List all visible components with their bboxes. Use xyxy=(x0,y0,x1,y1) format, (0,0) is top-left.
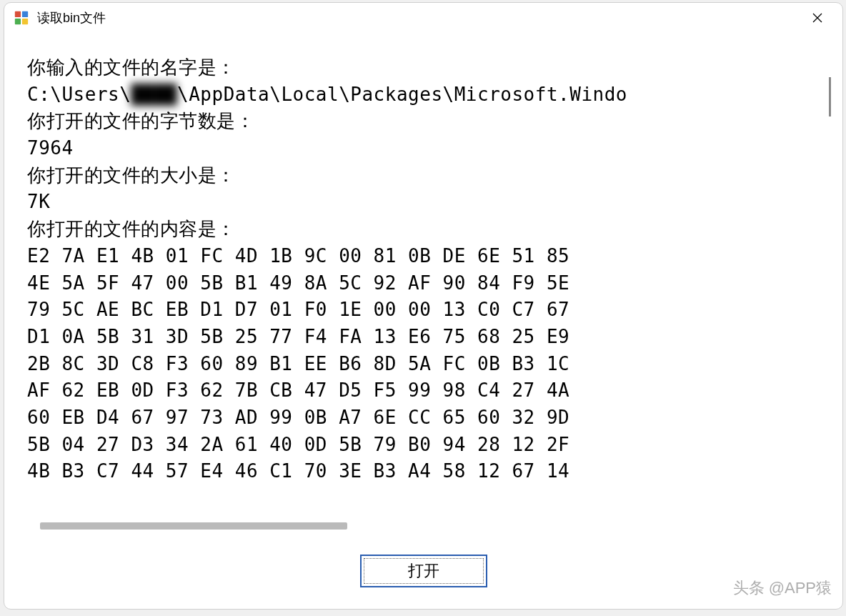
content-area: 你输入的文件的名字是： C:\Users\████\AppData\Local\… xyxy=(4,33,842,537)
hex-row: 4E 5A 5F 47 00 5B B1 49 8A 5C 92 AF 90 8… xyxy=(27,272,569,294)
svg-rect-2 xyxy=(15,18,21,24)
dialog-window: 读取bin文件 你输入的文件的名字是： C:\Users\████\AppDat… xyxy=(4,2,843,610)
app-icon xyxy=(13,9,30,26)
vertical-scroll-indicator[interactable] xyxy=(829,77,831,116)
horizontal-scrollbar[interactable] xyxy=(40,522,347,530)
hex-row: 2B 8C 3D C8 F3 60 89 B1 EE B6 8D 5A FC 0… xyxy=(27,353,569,374)
hex-row: 60 EB D4 67 97 73 AD 99 0B A7 6E CC 65 6… xyxy=(27,407,569,428)
hex-row: D1 0A 5B 31 3D 5B 25 77 F4 FA 13 E6 75 6… xyxy=(27,326,569,347)
window-title: 读取bin文件 xyxy=(37,9,801,26)
hex-row: AF 62 EB 0D F3 62 7B CB 47 D5 F5 99 98 C… xyxy=(27,379,569,401)
hex-row: 5B 04 27 D3 34 2A 61 40 0D 5B 79 B0 94 2… xyxy=(27,434,569,455)
text-output[interactable]: 你输入的文件的名字是： C:\Users\████\AppData\Local\… xyxy=(27,54,820,517)
svg-rect-1 xyxy=(22,11,28,16)
filename-label: 你输入的文件的名字是： xyxy=(27,56,236,78)
filesize-label: 你打开的文件的大小是： xyxy=(27,164,236,186)
hex-row: E2 7A E1 4B 01 FC 4D 1B 9C 00 81 0B DE 6… xyxy=(27,245,569,267)
button-area: 打开 xyxy=(4,537,842,609)
svg-rect-0 xyxy=(15,11,21,16)
filename-path-prefix: C:\Users\ xyxy=(27,84,131,105)
bytecount-value: 7964 xyxy=(27,137,74,159)
hex-row: 4B B3 C7 44 57 E4 46 C1 70 3E B3 A4 58 1… xyxy=(27,460,569,482)
hex-row: 79 5C AE BC EB D1 D7 01 F0 1E 00 00 13 C… xyxy=(27,299,569,320)
filename-path-blurred: ████ xyxy=(131,81,177,109)
filename-path-suffix: \AppData\Local\Packages\Microsoft.Windo xyxy=(177,84,627,105)
bytecount-label: 你打开的文件的字节数是： xyxy=(27,110,254,131)
filesize-value: 7K xyxy=(27,191,50,212)
content-label: 你打开的文件的内容是： xyxy=(27,218,236,239)
open-button[interactable]: 打开 xyxy=(360,555,487,587)
svg-rect-3 xyxy=(22,18,28,24)
titlebar[interactable]: 读取bin文件 xyxy=(4,3,842,33)
close-button[interactable] xyxy=(801,6,834,29)
